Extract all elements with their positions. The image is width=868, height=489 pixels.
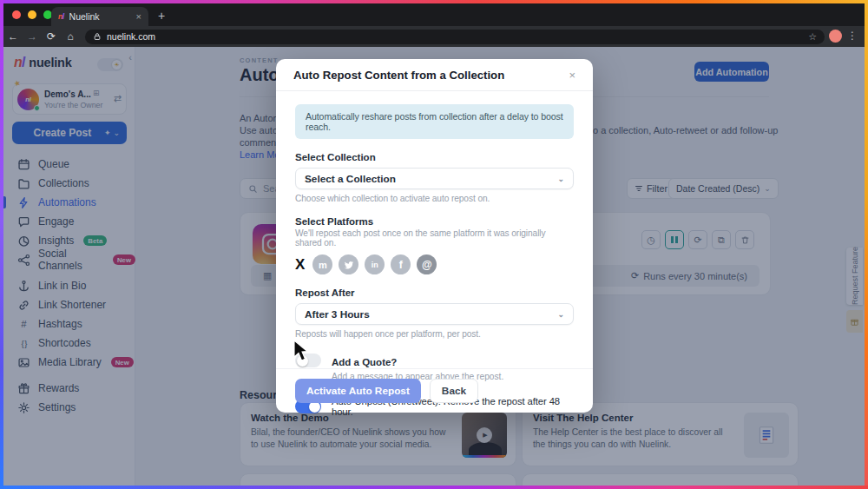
- info-banner: Automatically reshare posts from collect…: [295, 104, 574, 139]
- tab-close-icon[interactable]: ×: [136, 12, 141, 22]
- repost-after-value: After 3 Hours: [305, 308, 370, 320]
- browser-menu-icon[interactable]: ⋮: [847, 30, 858, 42]
- reload-icon[interactable]: ⟳: [42, 30, 61, 43]
- mastodon-platform-icon[interactable]: m: [312, 254, 332, 274]
- lock-icon: [93, 32, 102, 41]
- platforms-row: X m in f @: [295, 254, 574, 274]
- chevron-down-icon: ⌄: [557, 175, 564, 183]
- minimize-window-button[interactable]: [28, 10, 36, 19]
- collection-value: Select a Collection: [305, 173, 396, 185]
- frame-edge: [865, 0, 868, 489]
- bookmark-star-icon[interactable]: ☆: [808, 31, 817, 43]
- address-bar[interactable]: nuelink.com ☆: [85, 30, 825, 44]
- repost-after-select[interactable]: After 3 Hours ⌄: [295, 303, 574, 325]
- app-viewport: ‹ nl nuelink ☀ ★ nl Demo's A... ⊞ You're…: [3, 47, 865, 486]
- activate-auto-repost-button[interactable]: Activate Auto Repost: [295, 379, 421, 403]
- close-icon[interactable]: ×: [569, 69, 575, 82]
- back-button[interactable]: Back: [430, 379, 478, 403]
- collection-label: Select Collection: [295, 152, 574, 162]
- collection-help: Choose which collection to activate auto…: [295, 194, 574, 203]
- nuelink-favicon: nl: [58, 12, 64, 21]
- repost-after-help: Reposts will happen once per platform, p…: [295, 329, 574, 339]
- auto-repost-modal: Auto Repost Content from a Collection × …: [276, 59, 593, 413]
- home-icon[interactable]: ⌂: [61, 30, 80, 43]
- close-window-button[interactable]: [12, 10, 21, 19]
- window-controls[interactable]: [12, 10, 52, 19]
- new-tab-button[interactable]: +: [158, 9, 165, 23]
- mouse-cursor: [293, 340, 312, 367]
- twitter-platform-icon[interactable]: [339, 254, 358, 274]
- facebook-platform-icon[interactable]: f: [391, 254, 411, 274]
- repost-after-label: Repost After: [295, 287, 574, 298]
- platforms-help: We'll repost each post once on the same …: [295, 228, 574, 248]
- collection-select[interactable]: Select a Collection ⌄: [295, 168, 574, 189]
- forward-icon[interactable]: →: [23, 30, 42, 43]
- chevron-down-icon: ⌄: [557, 310, 564, 319]
- url-text: nuelink.com: [107, 31, 803, 42]
- modal-header: Auto Repost Content from a Collection ×: [276, 59, 593, 91]
- browser-tabstrip: nl Nuelink × +: [3, 3, 865, 26]
- modal-title: Auto Repost Content from a Collection: [293, 69, 569, 82]
- browser-toolbar: ← → ⟳ ⌂ nuelink.com ☆ ⋮: [3, 26, 865, 47]
- frame-edge: [0, 0, 868, 3]
- back-icon[interactable]: ←: [3, 30, 23, 43]
- screenshot-root: nl Nuelink × + ← → ⟳ ⌂ nuelink.com ☆ ⋮ ‹…: [0, 0, 868, 489]
- linkedin-platform-icon[interactable]: in: [365, 254, 385, 274]
- browser-tab[interactable]: nl Nuelink ×: [51, 7, 148, 26]
- browser-profile-avatar[interactable]: [829, 30, 842, 43]
- tab-title: Nuelink: [69, 11, 131, 22]
- platforms-label: Select Platforms: [295, 216, 574, 227]
- frame-edge: [0, 0, 3, 489]
- threads-platform-icon[interactable]: @: [417, 254, 437, 274]
- frame-edge: [0, 486, 868, 489]
- x-platform-icon[interactable]: X: [295, 256, 305, 274]
- modal-footer: Activate Auto Repost Back: [276, 368, 593, 413]
- quote-label: Add a Quote?: [332, 357, 397, 367]
